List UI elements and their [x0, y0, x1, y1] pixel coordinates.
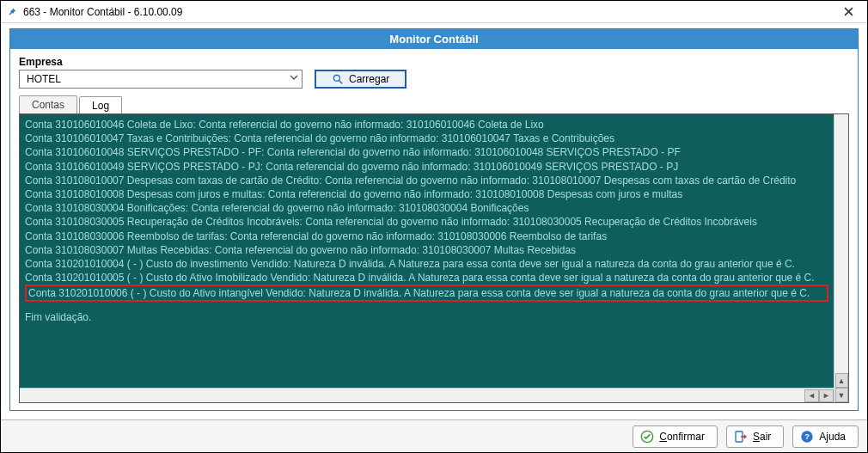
help-icon: ?	[800, 430, 814, 444]
sair-button[interactable]: SSairair	[726, 425, 784, 448]
check-icon	[640, 430, 654, 444]
chevron-down-icon	[290, 73, 298, 82]
scroll-down-button[interactable]: ▼	[835, 388, 848, 402]
horizontal-scrollbar[interactable]: ◄ ►	[20, 388, 834, 402]
ajuda-label: Ajuda	[819, 431, 846, 443]
titlebar: 663 - Monitor Contábil - 6.10.00.09	[1, 1, 867, 23]
svg-text:?: ?	[804, 432, 810, 441]
pin-icon	[6, 6, 18, 18]
panel-body: Empresa HOTEL Carregar	[10, 49, 858, 410]
confirmar-label: CConfirmaronfirmar	[659, 431, 705, 443]
carregar-label: Carregar	[349, 73, 389, 85]
svg-point-0	[333, 75, 339, 81]
empresa-field: Empresa HOTEL	[19, 56, 303, 89]
scroll-up-button[interactable]: ▲	[835, 373, 848, 388]
tabs: Contas Log	[19, 95, 849, 113]
footer: CConfirmaronfirmar SSairair ? Ajuda	[1, 419, 867, 452]
confirmar-button[interactable]: CConfirmaronfirmar	[633, 425, 718, 448]
sair-label: SSairair	[753, 431, 771, 443]
empresa-label: Empresa	[19, 56, 303, 68]
log-line: Conta 310108030006 Reembolso de tarifas:…	[25, 230, 828, 243]
ajuda-button[interactable]: ? Ajuda	[792, 425, 859, 448]
empresa-combobox[interactable]: HOTEL	[19, 70, 303, 89]
panel-header: Monitor Contábil	[10, 29, 858, 49]
tab-contas[interactable]: Contas	[19, 95, 77, 113]
log-content[interactable]: Conta 310106010046 Coleta de Lixo: Conta…	[20, 114, 834, 388]
log-line: Conta 310108030005 Recuperação de Crédit…	[25, 215, 828, 229]
log-line-highlight: Conta 310201010006 ( - ) Custo do Ativo …	[25, 285, 828, 302]
close-icon	[844, 7, 853, 16]
vertical-scrollbar[interactable]: ▲ ▼	[834, 114, 848, 402]
filter-row: Empresa HOTEL Carregar	[19, 56, 849, 89]
search-icon	[332, 73, 344, 85]
log-line: Conta 310106010049 SERVIÇOS PRESTADO - P…	[25, 160, 828, 174]
client-area: Monitor Contábil Empresa HOTEL	[1, 23, 867, 419]
log-line: Conta 310201010004 ( - ) Custo do invest…	[25, 257, 828, 271]
log-line: Conta 310108010008 Despesas com juros e …	[25, 187, 828, 201]
carregar-button[interactable]: Carregar	[315, 70, 406, 89]
log-line: Conta 310106010046 Coleta de Lixo: Conta…	[25, 118, 828, 132]
exit-icon	[734, 430, 748, 444]
scroll-left-button[interactable]: ◄	[804, 389, 819, 402]
log-area: Conta 310106010046 Coleta de Lixo: Conta…	[19, 113, 849, 403]
log-line: Conta 310106010048 SERVIÇOS PRESTADO - P…	[25, 145, 828, 159]
log-line: Conta 310106010047 Taxas e Contribuições…	[25, 132, 828, 145]
window-close-button[interactable]	[833, 3, 864, 21]
main-panel: Monitor Contábil Empresa HOTEL	[9, 28, 859, 411]
log-line: Conta 310108030004 Bonificações: Conta r…	[25, 201, 828, 215]
scroll-right-button[interactable]: ►	[819, 389, 834, 402]
tab-log[interactable]: Log	[79, 96, 122, 114]
app-window: 663 - Monitor Contábil - 6.10.00.09 Moni…	[0, 0, 868, 453]
log-line: Conta 310108010007 Despesas com taxas de…	[25, 174, 828, 187]
log-line: Conta 310108030007 Multas Recebidas: Con…	[25, 243, 828, 257]
window-title: 663 - Monitor Contábil - 6.10.00.09	[23, 6, 833, 18]
log-line: Conta 310201010005 ( - ) Custo do Ativo …	[25, 271, 828, 285]
svg-line-1	[339, 81, 343, 84]
empresa-value: HOTEL	[27, 73, 61, 85]
log-line-end: Fim validação.	[25, 310, 828, 324]
